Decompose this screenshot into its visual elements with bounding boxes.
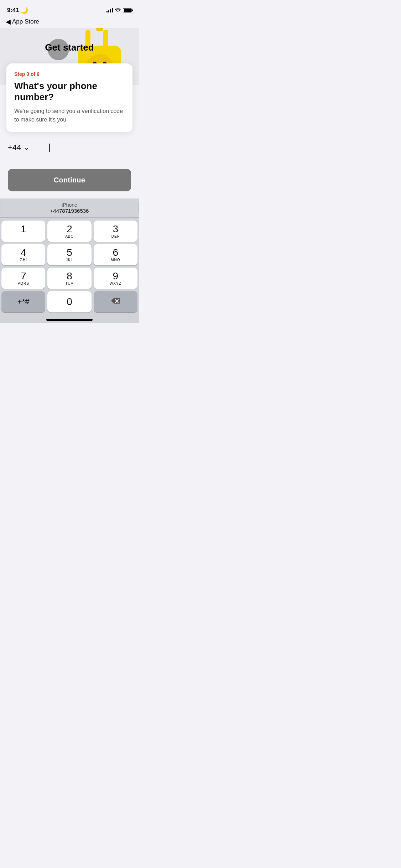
key-row-2: 4 GHI 5 JKL 6 MNO bbox=[1, 244, 137, 265]
card-question: What's your phone number? bbox=[14, 81, 125, 103]
key-5-letters: JKL bbox=[66, 258, 73, 262]
key-9-letters: WXYZ bbox=[110, 281, 121, 285]
keyboard-suggestion-bar: iPhone +447871936536 bbox=[0, 198, 139, 218]
key-8-letters: TUV bbox=[65, 281, 73, 285]
numeric-keyboard: iPhone +447871936536 1 2 ABC 3 DEF 4 bbox=[0, 198, 139, 323]
continue-button-wrap: Continue bbox=[0, 156, 139, 198]
key-9-num: 9 bbox=[113, 271, 119, 281]
info-card: Step 3 of 6 What's your phone number? We… bbox=[6, 63, 132, 132]
key-0-num: 0 bbox=[67, 296, 72, 308]
key-6-letters: MNO bbox=[111, 258, 120, 262]
chevron-down-icon: ⌄ bbox=[24, 144, 29, 151]
key-backspace[interactable] bbox=[94, 291, 137, 312]
country-code-value: +44 bbox=[8, 143, 21, 152]
key-3[interactable]: 3 DEF bbox=[94, 221, 137, 242]
suggestion-phone-value: +447871936536 bbox=[0, 208, 139, 214]
key-3-num: 3 bbox=[113, 224, 119, 234]
key-6-num: 6 bbox=[113, 248, 119, 258]
hero-title: Get started bbox=[45, 42, 94, 53]
key-row-3: 7 PQRS 8 TUV 9 WXYZ bbox=[1, 268, 137, 289]
suggestion-device-label: iPhone bbox=[0, 202, 139, 208]
battery-icon bbox=[123, 8, 132, 12]
text-cursor bbox=[49, 144, 50, 152]
country-code-selector[interactable]: +44 ⌄ bbox=[8, 143, 43, 156]
back-button[interactable]: ◀ App Store bbox=[6, 18, 39, 26]
key-2[interactable]: 2 ABC bbox=[47, 221, 91, 242]
back-label: App Store bbox=[12, 18, 39, 25]
key-9[interactable]: 9 WXYZ bbox=[94, 268, 137, 289]
key-special-label: +*# bbox=[17, 297, 30, 306]
phone-input-section: +44 ⌄ bbox=[0, 132, 139, 156]
key-4-num: 4 bbox=[21, 248, 26, 258]
key-row-4: +*# 0 bbox=[1, 291, 137, 312]
status-time: 9:41 🌙 bbox=[7, 7, 28, 14]
nav-bar: ◀ App Store bbox=[0, 16, 139, 28]
key-rows: 1 2 ABC 3 DEF 4 GHI 5 JKL 6 bbox=[0, 218, 139, 316]
wifi-icon bbox=[115, 7, 121, 13]
status-bar: 9:41 🌙 bbox=[0, 0, 139, 16]
key-6[interactable]: 6 MNO bbox=[94, 244, 137, 265]
back-arrow-icon: ◀ bbox=[6, 18, 11, 26]
key-4[interactable]: 4 GHI bbox=[1, 244, 45, 265]
continue-button[interactable]: Continue bbox=[8, 169, 131, 191]
key-5-num: 5 bbox=[67, 248, 72, 258]
key-1-num: 1 bbox=[21, 224, 26, 234]
phone-number-input[interactable] bbox=[49, 144, 131, 156]
key-special[interactable]: +*# bbox=[1, 291, 45, 312]
signal-bars-icon bbox=[106, 8, 113, 12]
moon-icon: 🌙 bbox=[21, 7, 28, 14]
key-8-num: 8 bbox=[67, 271, 72, 281]
key-2-letters: ABC bbox=[65, 234, 74, 238]
step-label: Step 3 of 6 bbox=[14, 71, 125, 77]
card-description: We're going to send you a verification c… bbox=[14, 107, 125, 123]
key-4-letters: GHI bbox=[20, 258, 27, 262]
home-indicator bbox=[0, 316, 139, 323]
key-7[interactable]: 7 PQRS bbox=[1, 268, 45, 289]
key-7-num: 7 bbox=[21, 271, 26, 281]
time-label: 9:41 bbox=[7, 7, 19, 14]
key-1[interactable]: 1 bbox=[1, 221, 45, 242]
key-row-1: 1 2 ABC 3 DEF bbox=[1, 221, 137, 242]
keyboard-suggestion-item[interactable]: iPhone +447871936536 bbox=[0, 200, 139, 216]
suggestion-divider-right bbox=[139, 202, 139, 213]
key-7-letters: PQRS bbox=[17, 281, 29, 285]
key-2-num: 2 bbox=[67, 224, 72, 234]
backspace-icon bbox=[110, 297, 120, 306]
key-3-letters: DEF bbox=[111, 234, 120, 238]
key-1-letters bbox=[23, 234, 24, 238]
svg-rect-7 bbox=[96, 28, 103, 31]
status-icons bbox=[106, 7, 132, 13]
key-0[interactable]: 0 bbox=[47, 291, 91, 312]
home-bar bbox=[46, 319, 93, 321]
key-5[interactable]: 5 JKL bbox=[47, 244, 91, 265]
key-8[interactable]: 8 TUV bbox=[47, 268, 91, 289]
